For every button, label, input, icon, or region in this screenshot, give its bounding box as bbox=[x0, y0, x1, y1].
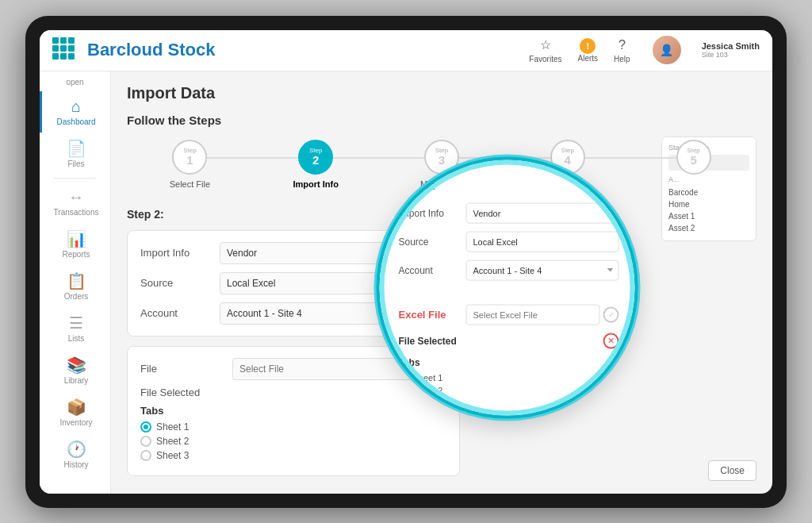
step-1[interactable]: Step 1 Select File bbox=[127, 140, 253, 189]
top-nav: ☆ Favorites ! Alerts ? Help 👤 Jessica Sm… bbox=[529, 36, 760, 64]
sidebar-item-transactions[interactable]: ↔ Transactions bbox=[40, 182, 110, 223]
favorites-nav[interactable]: ☆ Favorites bbox=[529, 37, 561, 63]
library-icon: 📚 bbox=[67, 356, 86, 375]
lists-icon: ☰ bbox=[69, 313, 83, 333]
file-selected-label: File Selected bbox=[140, 386, 220, 398]
step2-section: Step 2: Import Info Source Account bbox=[127, 208, 756, 476]
page-title: Import Data bbox=[127, 84, 756, 102]
step-2-circle: Step 2 bbox=[298, 140, 333, 175]
rp-item-4: Asset 2 bbox=[668, 222, 749, 234]
sidebar-item-lists[interactable]: ☰ Lists bbox=[40, 307, 110, 349]
sidebar-divider bbox=[54, 178, 96, 179]
step-4-circle: Step 4 bbox=[550, 140, 585, 175]
file-input-row: File bbox=[140, 358, 446, 380]
alert-badge: ! bbox=[580, 38, 596, 54]
sheet1-radio[interactable] bbox=[140, 421, 151, 433]
step-2[interactable]: Step 2 Import Info bbox=[253, 140, 379, 189]
inventory-icon: 📦 bbox=[67, 398, 86, 417]
avatar[interactable]: 👤 bbox=[653, 36, 681, 64]
source-input[interactable] bbox=[220, 272, 446, 294]
import-info-form-card: Import Info Source Account Account 1 - S… bbox=[127, 230, 460, 336]
transactions-icon: ↔ bbox=[68, 188, 84, 206]
rp-item-3: Asset 1 bbox=[668, 210, 749, 222]
step-connector-1 bbox=[190, 157, 316, 159]
file-label: File bbox=[140, 363, 220, 375]
orders-icon: 📋 bbox=[67, 271, 86, 290]
sidebar-item-reports[interactable]: 📊 Reports bbox=[40, 223, 110, 265]
file-select-input[interactable] bbox=[232, 358, 446, 380]
step-connector-3 bbox=[442, 157, 568, 159]
alerts-nav[interactable]: ! Alerts bbox=[577, 38, 598, 63]
sheet3-label: Sheet 3 bbox=[156, 450, 189, 461]
step-3-circle: Step 3 bbox=[424, 140, 459, 175]
import-info-label: Import Info bbox=[140, 247, 220, 259]
steps-header: Follow the Steps bbox=[127, 113, 756, 127]
source-row: Source bbox=[140, 272, 446, 294]
sidebar-item-orders[interactable]: 📋 Orders bbox=[40, 265, 110, 307]
history-icon: 🕐 bbox=[67, 440, 86, 459]
file-selected-row: File Selected bbox=[140, 386, 446, 398]
source-label: Source bbox=[140, 277, 220, 289]
sidebar-item-files[interactable]: 📄 Files bbox=[40, 133, 110, 175]
dashboard-icon: ⌂ bbox=[71, 98, 81, 116]
close-button[interactable]: Close bbox=[708, 460, 756, 481]
step-3[interactable]: Step 3 Map Fields bbox=[379, 140, 505, 189]
accounts-label: A... bbox=[668, 175, 749, 183]
tabs-section: Tabs Sheet 1 Sheet 2 Sheet bbox=[140, 405, 446, 461]
help-nav[interactable]: ? Help bbox=[614, 37, 630, 63]
sidebar-open-label: open bbox=[66, 78, 83, 87]
reports-icon: 📊 bbox=[67, 229, 86, 248]
app-grid-icon[interactable] bbox=[52, 37, 78, 63]
file-card: File File Selected Tabs Sheet 1 bbox=[127, 346, 460, 476]
import-info-input[interactable] bbox=[220, 242, 446, 264]
step-4[interactable]: Step 4 Validating bbox=[504, 140, 630, 189]
sheet1-radio-row[interactable]: Sheet 1 bbox=[140, 421, 446, 433]
app-title: Barcloud Stock bbox=[87, 40, 529, 60]
top-bar: Barcloud Stock ☆ Favorites ! Alerts ? He… bbox=[40, 30, 772, 71]
sidebar-item-inventory[interactable]: 📦 Inventory bbox=[40, 391, 110, 433]
step-5-circle: Step 5 bbox=[676, 140, 711, 175]
files-icon: 📄 bbox=[67, 139, 86, 158]
step-connector-4 bbox=[568, 157, 694, 159]
rp-item-1: Barcode bbox=[668, 187, 749, 198]
account-select[interactable]: Account 1 - Site 4 Account 2 - Site 4 bbox=[220, 302, 446, 325]
account-label: Account bbox=[140, 307, 220, 319]
import-info-row: Import Info bbox=[140, 242, 446, 264]
sidebar-item-dashboard[interactable]: ⌂ Dashboard bbox=[40, 91, 110, 133]
sheet3-radio-row[interactable]: Sheet 3 bbox=[140, 450, 446, 461]
tabs-label: Tabs bbox=[140, 405, 446, 417]
star-icon: ☆ bbox=[538, 37, 553, 53]
account-row: Account Account 1 - Site 4 Account 2 - S… bbox=[140, 302, 446, 325]
sidebar-item-history[interactable]: 🕐 History bbox=[40, 433, 110, 475]
step-connector-2 bbox=[316, 157, 442, 159]
sheet1-label: Sheet 1 bbox=[156, 421, 189, 433]
step-1-circle: Step 1 bbox=[172, 140, 207, 175]
help-icon: ? bbox=[614, 37, 630, 53]
sidebar-item-library[interactable]: 📚 Library bbox=[40, 349, 110, 391]
sheet2-radio-row[interactable]: Sheet 2 bbox=[140, 436, 446, 447]
rp-item-2: Home bbox=[668, 198, 749, 210]
content-area: Import Data Follow the Steps Step 1 Sele… bbox=[111, 71, 772, 494]
sheet2-radio[interactable] bbox=[140, 436, 151, 447]
sheet3-radio[interactable] bbox=[140, 450, 151, 461]
user-info: Jessica Smith Site 103 bbox=[702, 41, 760, 59]
main-layout: open ⌂ Dashboard 📄 Files ↔ Transactions … bbox=[40, 71, 772, 494]
sheet2-label: Sheet 2 bbox=[156, 436, 189, 447]
sidebar: open ⌂ Dashboard 📄 Files ↔ Transactions … bbox=[40, 71, 111, 494]
